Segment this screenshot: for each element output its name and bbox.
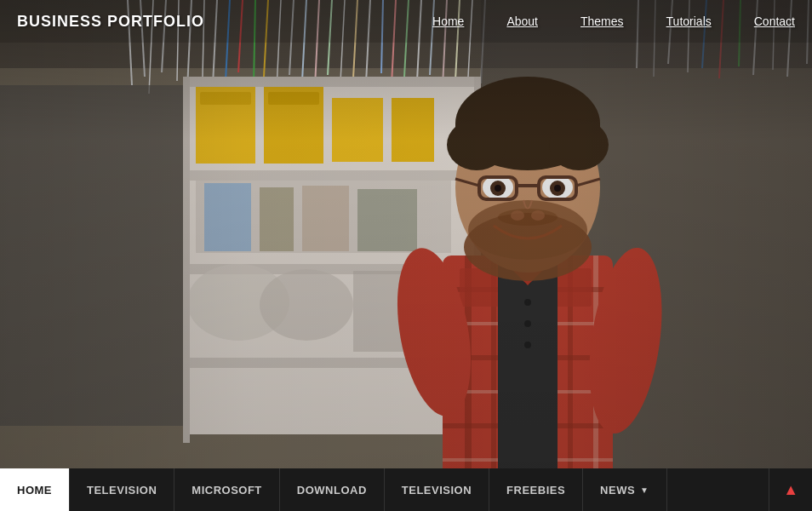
tab-label: DOWNLOAD	[297, 484, 367, 497]
site-title: BUSINESS PORTFOLIO	[17, 13, 204, 31]
tab-label: HOME	[17, 484, 52, 497]
tab-television[interactable]: TELEVISION	[70, 468, 174, 511]
dropdown-arrow-icon: ▼	[640, 485, 649, 495]
nav-link-contact[interactable]: Contact	[754, 14, 795, 28]
tab-news[interactable]: NEWS▼	[583, 468, 666, 511]
tab-label: MICROSOFT	[192, 484, 262, 497]
nav-link-about[interactable]: About	[506, 14, 538, 28]
tab-label: TELEVISION	[87, 484, 157, 497]
tab-television[interactable]: TELEVISION	[385, 468, 489, 511]
scroll-up-button[interactable]: ▲	[769, 468, 812, 511]
bottom-tab-bar: HOMETELEVISIONMICROSOFTDOWNLOADTELEVISIO…	[0, 468, 812, 511]
hero-section: BUSINESS PORTFOLIO HomeAboutThemesTutori…	[0, 0, 812, 468]
top-navigation: BUSINESS PORTFOLIO HomeAboutThemesTutori…	[0, 0, 812, 43]
nav-link-home[interactable]: Home	[432, 14, 464, 28]
nav-links: HomeAboutThemesTutorialsContact	[432, 14, 795, 29]
scroll-up-icon: ▲	[783, 481, 798, 499]
nav-link-tutorials[interactable]: Tutorials	[666, 14, 712, 28]
tab-download[interactable]: DOWNLOAD	[280, 468, 385, 511]
tab-home[interactable]: HOME	[0, 468, 70, 511]
tab-label: NEWS	[600, 484, 635, 497]
tab-label: TELEVISION	[402, 484, 472, 497]
tab-microsoft[interactable]: MICROSOFT	[174, 468, 280, 511]
nav-link-themes[interactable]: Themes	[580, 14, 624, 28]
tab-freebies[interactable]: FREEBIES	[489, 468, 583, 511]
tab-label: FREEBIES	[506, 484, 565, 497]
hero-overlay	[0, 0, 812, 468]
